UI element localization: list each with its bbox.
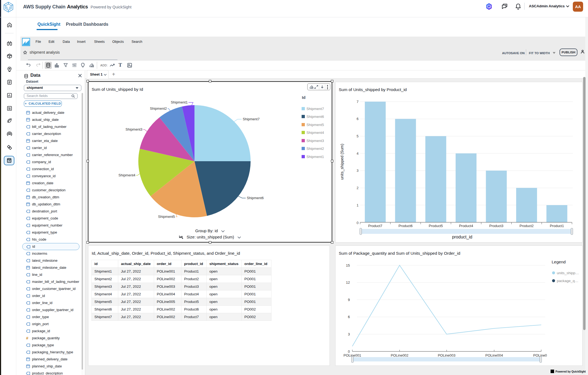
svg-text:Product5: Product5 [429,224,443,228]
svg-text:15: 15 [346,263,350,267]
svg-text:3: 3 [348,332,350,336]
svg-text:Shipment2: Shipment2 [150,106,167,111]
svg-text:Product1: Product1 [550,224,564,228]
svg-text:Shipment1: Shipment1 [171,100,188,104]
svg-text:units_shipped (Sum): units_shipped (Sum) [340,144,344,180]
svg-text:Shipment5: Shipment5 [158,215,175,219]
svg-text:Shipment6: Shipment6 [247,196,264,200]
svg-text:7: 7 [357,100,359,104]
svg-text:POLine003: POLine003 [438,353,455,357]
svg-text:5: 5 [357,134,359,138]
svg-text:Shipment7: Shipment7 [243,117,260,121]
svg-text:product_id: product_id [452,235,472,240]
svg-text:POLine004: POLine004 [485,353,503,357]
svg-text:Product7: Product7 [368,224,382,228]
svg-text:2: 2 [357,186,359,190]
svg-text:Product6: Product6 [398,224,413,228]
svg-text:Legend: Legend [552,260,566,264]
svg-text:4: 4 [357,151,359,156]
svg-text:0: 0 [348,350,350,354]
svg-text:3: 3 [357,169,359,173]
svg-text:9: 9 [348,298,350,302]
svg-text:POLine002: POLine002 [391,353,408,357]
svg-text:0: 0 [357,221,359,225]
svg-text:Shipment4: Shipment4 [119,173,135,177]
svg-text:units_shipp…: units_shipp… [557,271,579,275]
svg-text:12: 12 [346,280,350,285]
svg-text:Product3: Product3 [489,224,503,228]
svg-text:6: 6 [357,117,359,121]
svg-text:Product2: Product2 [520,224,534,228]
svg-text:package_q…: package_q… [557,279,579,283]
svg-text:1: 1 [357,203,359,207]
svg-text:Product4: Product4 [459,224,473,228]
svg-text:Shipment3: Shipment3 [126,127,142,131]
svg-text:6: 6 [348,315,350,319]
